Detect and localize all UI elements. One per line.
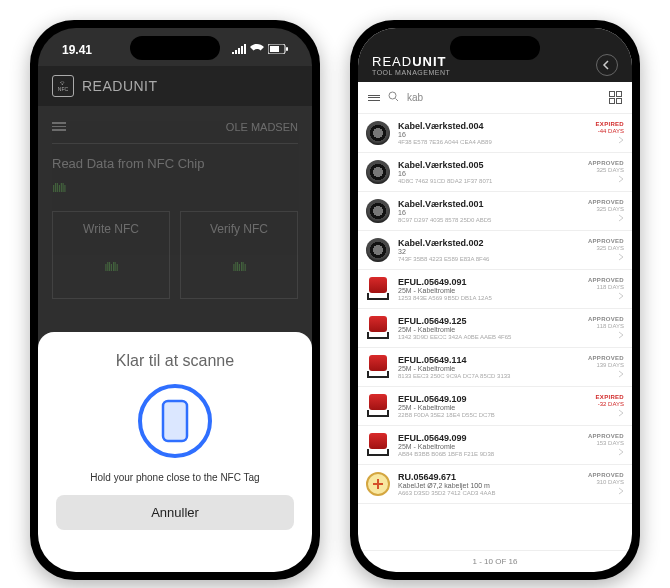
item-subtitle: 25M - Kabeltromle: [398, 404, 590, 411]
coil-icon: [364, 119, 392, 147]
status-badge: APPROVED: [588, 160, 624, 166]
status-badge: APPROVED: [588, 316, 624, 322]
reel-icon: [364, 353, 392, 381]
notch: [450, 36, 540, 60]
status-badge: APPROVED: [588, 433, 624, 439]
days-label: -44 DAYS: [598, 128, 624, 134]
item-uid: AB84 B3BB B06B 1BF8 F21E 9D38: [398, 451, 582, 457]
coil-icon: [364, 158, 392, 186]
coil-icon: [364, 236, 392, 264]
chevron-right-icon: [618, 331, 624, 341]
item-subtitle: 16: [398, 209, 582, 216]
item-title: RU.05649.671: [398, 472, 582, 482]
chevron-right-icon: [618, 409, 624, 419]
item-title: EFUL.05649.125: [398, 316, 582, 326]
list-item[interactable]: EFUL.05649.11425M - Kabeltromle8133 EEC3…: [358, 348, 632, 387]
days-label: 118 DAYS: [596, 284, 624, 290]
verify-nfc-label: Verify NFC: [189, 222, 289, 236]
chevron-right-icon: [618, 253, 624, 263]
list-item[interactable]: EFUL.05649.12525M - Kabeltromle1342 3D9D…: [358, 309, 632, 348]
cancel-button[interactable]: Annuller: [56, 495, 294, 530]
battery-icon: [268, 43, 288, 57]
item-uid: 743F 35B8 4223 E589 E83A 8F46: [398, 256, 582, 262]
item-title: EFUL.05649.114: [398, 355, 582, 365]
status-time: 19.41: [62, 43, 92, 57]
item-subtitle: 16: [398, 170, 582, 177]
item-uid: 4D8C 7462 91CD 8DA2 1F37 8071: [398, 178, 582, 184]
app-title: READUNIT: [82, 78, 158, 94]
item-subtitle: 25M - Kabeltromle: [398, 326, 582, 333]
app-title: READUNIT: [372, 54, 450, 69]
item-subtitle: 25M - Kabeltromle: [398, 287, 582, 294]
item-uid: 4F38 E578 7E36 A044 CEA4 AB89: [398, 139, 590, 145]
list-item[interactable]: Kabel.Værksted.005164D8C 7462 91CD 8DA2 …: [358, 153, 632, 192]
phone-right: READUNIT TOOL MANAGEMENT kab Kabel.Værks…: [350, 20, 640, 580]
item-title: Kabel.Værksted.005: [398, 160, 582, 170]
item-uid: 8133 EEC3 250C 9C9A DC7A 85CD 3133: [398, 373, 582, 379]
list-item[interactable]: Kabel.Værksted.004164F38 E578 7E36 A044 …: [358, 114, 632, 153]
list-item[interactable]: Kabel.Værksted.00232743F 35B8 4223 E589 …: [358, 231, 632, 270]
reel-icon: [364, 314, 392, 342]
wifi-icon: [250, 43, 264, 57]
wave-icon: ıllıllı: [61, 260, 161, 274]
item-uid: 8C97 D297 4035 8578 25D0 ABD5: [398, 217, 582, 223]
nfc-scan-sheet: Klar til at scanne Hold your phone close…: [38, 332, 312, 572]
sheet-subtitle: Hold your phone close to the NFC Tag: [90, 472, 259, 483]
search-input[interactable]: kab: [407, 92, 601, 103]
days-label: 325 DAYS: [596, 245, 624, 251]
days-label: 325 DAYS: [596, 206, 624, 212]
search-icon[interactable]: [388, 91, 399, 104]
item-uid: 22B8 F0DA 35E2 18E4 D55C DC7B: [398, 412, 590, 418]
svg-line-5: [396, 99, 399, 102]
reel-icon: [364, 275, 392, 303]
item-subtitle: 32: [398, 248, 582, 255]
sheet-title: Klar til at scanne: [116, 352, 234, 370]
status-badge: APPROVED: [588, 277, 624, 283]
tool-list: Kabel.Værksted.004164F38 E578 7E36 A044 …: [358, 114, 632, 550]
menu-icon[interactable]: [368, 93, 380, 102]
item-title: Kabel.Værksted.002: [398, 238, 582, 248]
notch: [130, 36, 220, 60]
page-title: Read Data from NFC Chip: [52, 156, 298, 171]
list-item[interactable]: EFUL.05649.10925M - Kabeltromle22B8 F0DA…: [358, 387, 632, 426]
item-subtitle: 16: [398, 131, 590, 138]
item-subtitle: KabelJet Ø7,2 kabeljet 100 m: [398, 482, 582, 489]
search-bar: kab: [358, 82, 632, 114]
reel-icon: [364, 392, 392, 420]
chevron-right-icon: [618, 214, 624, 224]
item-title: EFUL.05649.091: [398, 277, 582, 287]
qr-icon[interactable]: [609, 91, 622, 104]
days-label: 118 DAYS: [596, 323, 624, 329]
phone-left: 19.41 ᯤNFC READUNIT OLE M: [30, 20, 320, 580]
days-label: 310 DAYS: [596, 479, 624, 485]
item-subtitle: 25M - Kabeltromle: [398, 443, 582, 450]
status-badge: APPROVED: [588, 238, 624, 244]
list-item[interactable]: EFUL.05649.09925M - KabeltromleAB84 B3BB…: [358, 426, 632, 465]
days-label: 325 DAYS: [596, 167, 624, 173]
chevron-right-icon: [618, 448, 624, 458]
phone-nfc-icon: [138, 384, 212, 458]
item-uid: A663 D3SD 35D2 7412 CAD3 4AAB: [398, 490, 582, 496]
signal-icon: [232, 43, 246, 57]
chevron-right-icon: [618, 370, 624, 380]
list-item[interactable]: EFUL.05649.09125M - Kabeltromle1253 843E…: [358, 270, 632, 309]
write-nfc-card[interactable]: Write NFC ıllıllı: [52, 211, 170, 299]
status-badge: APPROVED: [588, 199, 624, 205]
nfc-icon: ᯤNFC: [52, 75, 74, 97]
item-uid: 1342 3D9D EECC 342A A0BE AAEB 4F65: [398, 334, 582, 340]
svg-rect-2: [286, 47, 288, 51]
coil-icon: [364, 197, 392, 225]
item-title: Kabel.Værksted.004: [398, 121, 590, 131]
dimmed-content: OLE MADSEN Read Data from NFC Chip ıllıl…: [38, 106, 312, 332]
status-badge: APPROVED: [588, 355, 624, 361]
menu-icon[interactable]: [52, 122, 66, 131]
svg-point-4: [389, 92, 396, 99]
days-label: -32 DAYS: [598, 401, 624, 407]
wave-icon: ıllıllı: [52, 181, 298, 195]
reel-icon: [364, 431, 392, 459]
verify-nfc-card[interactable]: Verify NFC ıllıllı: [180, 211, 298, 299]
back-button[interactable]: [596, 54, 618, 76]
list-item[interactable]: Kabel.Værksted.001168C97 D297 4035 8578 …: [358, 192, 632, 231]
chevron-right-icon: [618, 292, 624, 302]
list-item[interactable]: RU.05649.671KabelJet Ø7,2 kabeljet 100 m…: [358, 465, 632, 504]
